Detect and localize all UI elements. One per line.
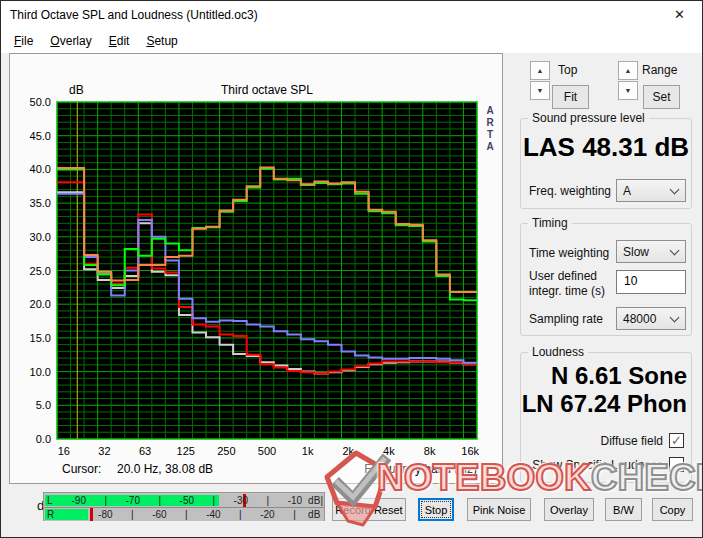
- meter-tick-label: -50: [180, 495, 194, 506]
- chevron-down-icon: [670, 246, 680, 256]
- meter-tick-label: -20: [260, 509, 274, 520]
- top-spin-up-icon[interactable]: ▲: [530, 61, 550, 80]
- chart-text: 15.0: [30, 332, 51, 344]
- chart-text: 8k: [424, 445, 436, 457]
- menu-item-file[interactable]: File: [10, 33, 37, 49]
- range-spin-down-icon[interactable]: ▼: [618, 81, 638, 100]
- chart-text: R: [486, 117, 494, 128]
- chart-text: 63: [139, 445, 151, 457]
- window-title: Third Octave SPL and Loudness (Untitled.…: [10, 8, 258, 22]
- close-icon[interactable]: ✕: [657, 1, 702, 29]
- chart-text: 40.0: [30, 163, 51, 175]
- diffuse-field-label: Diffuse field: [520, 434, 663, 448]
- copy-button[interactable]: Copy: [652, 498, 693, 521]
- meter-tick-label: -30: [234, 495, 248, 506]
- chart-text: 250: [217, 445, 235, 457]
- meter-tick-mark: |: [213, 495, 216, 506]
- meter-tick-label: -70: [126, 495, 140, 506]
- chart-text: 4k: [383, 445, 395, 457]
- meter-channel-label: L: [47, 495, 53, 506]
- range-spinner[interactable]: ▲ ▼: [618, 61, 638, 101]
- meter-tick-label: -60: [152, 509, 166, 520]
- menu-item-overlay[interactable]: Overlay: [46, 33, 95, 49]
- chart-text: 20.0 Hz, 38.08 dB: [117, 462, 213, 476]
- chart-text: A: [486, 105, 493, 116]
- record-reset-button[interactable]: Record/Reset: [332, 498, 406, 521]
- chart-text: dB: [69, 83, 84, 97]
- chart-text: Frequency band (Hz): [364, 462, 477, 476]
- chart-text: 0.0: [36, 433, 51, 445]
- sampling-rate-select[interactable]: 48000: [616, 307, 686, 330]
- stop-button[interactable]: Stop: [418, 498, 454, 521]
- chart-text: 10.0: [30, 366, 51, 378]
- pink-noise-button[interactable]: Pink Noise: [467, 498, 531, 521]
- chart-text: 125: [177, 445, 195, 457]
- chart-text: 45.0: [30, 130, 51, 142]
- sampling-rate-label: Sampling rate: [529, 312, 603, 326]
- meter-tick-mark: |: [158, 495, 161, 506]
- range-spin-up-icon[interactable]: ▲: [618, 61, 638, 80]
- chart-text: Cursor:: [62, 462, 101, 476]
- chart-text: 25.0: [30, 265, 51, 277]
- time-weighting-value: Slow: [623, 245, 649, 259]
- chart-text: 2k: [342, 445, 354, 457]
- top-spinner[interactable]: ▲ ▼: [530, 61, 550, 101]
- meter-channel-label: R: [47, 509, 54, 520]
- chevron-down-icon: [670, 313, 680, 323]
- show-specific-loudness-label: Show Specific Loudness: [520, 458, 663, 472]
- chart-text: 5.0: [36, 399, 51, 411]
- meter-tick-label: -80: [98, 509, 112, 520]
- meter-tick-mark: |: [267, 495, 270, 506]
- chart-text: 500: [258, 445, 276, 457]
- meter-tick-mark: |: [104, 495, 107, 506]
- meter-tick-mark: |: [321, 495, 324, 506]
- loudness-phon-value: LN 67.24 Phon: [520, 390, 687, 418]
- title-bar: Third Octave SPL and Loudness (Untitled.…: [1, 1, 702, 29]
- set-button[interactable]: Set: [643, 85, 680, 109]
- time-weighting-label: Time weighting: [529, 246, 609, 260]
- meter-row-r: R-80|-60|-40|-20|dB: [44, 508, 324, 521]
- sampling-rate-value: 48000: [623, 312, 656, 326]
- meter-tick-label: -10: [288, 495, 302, 506]
- spl-group-title: Sound pressure level: [528, 111, 649, 125]
- meter-tick-mark: |: [239, 509, 242, 520]
- meter-unit-label: dB: [308, 509, 320, 520]
- fit-button[interactable]: Fit: [552, 85, 589, 109]
- level-meter: L-90|-70|-50|-30|-10|dBR-80|-60|-40|-20|…: [43, 492, 325, 521]
- chevron-down-icon: [670, 185, 680, 195]
- chart-text: T: [487, 129, 493, 140]
- chart-text: 50.0: [30, 96, 51, 108]
- overlay-button[interactable]: Overlay: [544, 498, 594, 521]
- menu-item-edit[interactable]: Edit: [105, 33, 134, 49]
- chart-text: Third octave SPL: [221, 83, 313, 97]
- timing-group-title: Timing: [528, 216, 572, 230]
- loudness-group-title: Loudness: [528, 345, 588, 359]
- time-weighting-select[interactable]: Slow: [616, 240, 686, 263]
- b-w-button[interactable]: B/W: [605, 498, 642, 521]
- show-specific-loudness-checkbox[interactable]: [669, 457, 684, 472]
- integr-time-input[interactable]: 10: [616, 270, 686, 294]
- loudness-sone-value: N 6.61 Sone: [520, 362, 687, 390]
- integr-time-label-1: User defined: [529, 269, 597, 283]
- meter-unit-label: dB: [308, 495, 320, 506]
- top-label: Top: [558, 63, 577, 77]
- top-spin-down-icon[interactable]: ▼: [530, 81, 550, 100]
- spl-chart[interactable]: 0.05.010.015.020.025.030.035.040.045.050…: [10, 54, 502, 483]
- check-icon: ✓: [671, 433, 682, 448]
- menu-bar: FileOverlayEditSetup: [1, 29, 702, 53]
- chart-text: 30.0: [30, 231, 51, 243]
- menu-item-setup[interactable]: Setup: [142, 33, 181, 49]
- chart-text: A: [486, 141, 493, 152]
- meter-tick-mark: |: [293, 509, 296, 520]
- freq-weighting-value: A: [623, 184, 631, 198]
- range-label: Range: [642, 63, 677, 77]
- chart-panel: 0.05.010.015.020.025.030.035.040.045.050…: [9, 53, 503, 484]
- meter-tick-label: -40: [206, 509, 220, 520]
- app-window: Third Octave SPL and Loudness (Untitled.…: [0, 0, 703, 538]
- transport-buttons: Record/ResetStopPink NoiseOverlayB/WCopy: [332, 498, 693, 521]
- chart-text: 32: [98, 445, 110, 457]
- freq-weighting-select[interactable]: A: [616, 179, 686, 202]
- diffuse-field-checkbox[interactable]: ✓: [669, 433, 684, 448]
- meter-tick-label: -90: [71, 495, 85, 506]
- chart-text: 35.0: [30, 197, 51, 209]
